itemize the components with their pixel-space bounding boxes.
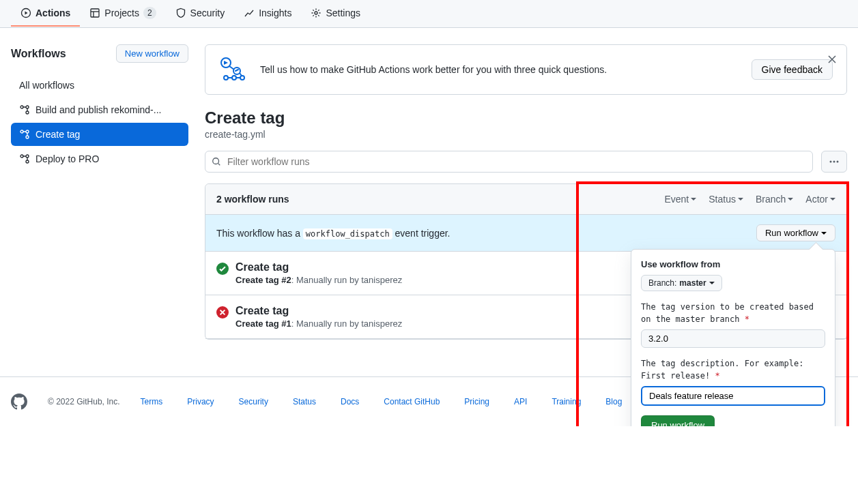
svg-point-19 [213,158,219,164]
footer-link[interactable]: Privacy [187,397,214,406]
search-icon [212,157,221,166]
svg-point-11 [20,155,23,158]
new-workflow-button[interactable]: New workflow [116,44,188,63]
field2-label: The tag description. For example: First … [641,357,825,382]
feedback-banner: Tell us how to make GitHub Actions work … [205,44,847,95]
submit-run-workflow-button[interactable]: Run workflow [641,415,715,426]
svg-point-22 [837,161,839,163]
run-workflow-popup: Use workflow from Branch: master The tag… [631,249,835,426]
filter-runs-input[interactable] [205,151,813,173]
footer-link[interactable]: Training [552,397,581,406]
run-title: Create tag [235,305,402,317]
svg-point-18 [240,76,244,80]
close-icon [827,55,837,64]
runs-box: 2 workflow runs Event Status Branch Acto… [205,183,847,340]
footer-link[interactable]: Docs [341,397,359,406]
run-title: Create tag [235,261,402,273]
sidebar-item-deploy[interactable]: Deploy to PRO [11,147,188,171]
sidebar-item-label: All workflows [19,80,74,91]
chevron-down-icon [830,198,835,201]
graph-icon [244,8,255,18]
tag-version-input[interactable] [641,329,825,348]
tab-actions[interactable]: Actions [11,1,80,27]
repo-tabs: Actions Projects 2 Security Insights Set… [0,0,858,28]
filter-status[interactable]: Status [709,194,743,205]
footer-copyright: © 2022 GitHub, Inc. [48,397,120,406]
svg-point-5 [20,106,23,108]
run-workflow-button[interactable]: Run workflow [756,224,835,241]
filter-actor[interactable]: Actor [805,194,835,205]
tab-label: Insights [259,8,291,18]
shield-icon [175,8,186,18]
sidebar-item-label: Deploy to PRO [35,153,99,164]
tab-projects[interactable]: Projects 2 [80,0,165,27]
more-options-button[interactable] [821,151,847,173]
svg-point-10 [26,136,29,138]
workflows-sidebar: Workflows New workflow All workflows Bui… [11,44,188,340]
runs-count: 2 workflow runs [216,194,289,205]
tab-settings[interactable]: Settings [301,1,370,27]
sidebar-item-build[interactable]: Build and publish rekomind-... [11,98,188,121]
gear-icon [311,8,321,18]
chevron-down-icon [738,198,743,201]
tab-label: Security [190,8,225,18]
workflow-icon [19,129,30,140]
svg-point-6 [26,106,29,108]
chevron-down-icon [709,282,715,284]
sidebar-item-create-tag[interactable]: Create tag [11,123,188,146]
footer-link[interactable]: Blog [605,397,622,406]
svg-point-4 [315,12,317,14]
filter-branch[interactable]: Branch [756,194,793,205]
svg-point-20 [830,161,832,163]
branch-value: master [679,278,706,288]
branch-select[interactable]: Branch: master [641,275,722,291]
workflow-icon [19,153,30,164]
github-logo-icon [11,394,27,410]
svg-point-21 [833,161,835,163]
dispatch-text: This workflow has a workflow_dispatch ev… [216,228,450,239]
tab-insights[interactable]: Insights [234,1,301,27]
banner-close-button[interactable] [825,52,840,67]
workflow-icon [19,104,30,115]
footer-link[interactable]: Pricing [464,397,489,406]
svg-point-7 [26,111,29,114]
failure-icon [216,306,229,318]
chevron-down-icon [821,232,827,235]
table-icon [89,8,100,18]
footer-link[interactable]: API [514,397,527,406]
svg-point-12 [26,155,29,158]
give-feedback-button[interactable]: Give feedback [752,59,833,80]
tab-label: Actions [35,8,70,18]
play-circle-icon [20,8,31,18]
svg-point-13 [26,160,29,163]
dispatch-row: This workflow has a workflow_dispatch ev… [205,215,846,252]
tab-label: Settings [326,8,360,18]
svg-rect-1 [91,9,99,17]
filter-event[interactable]: Event [664,194,696,205]
sidebar-all-workflows[interactable]: All workflows [11,74,188,97]
footer-link[interactable]: Contact GitHub [384,397,440,406]
footer-link[interactable]: Terms [141,397,163,406]
success-icon [216,263,229,275]
sidebar-item-label: Create tag [35,129,80,140]
tab-security[interactable]: Security [166,1,235,27]
required-asterisk: * [715,371,719,381]
svg-point-8 [20,130,23,133]
kebab-icon [829,156,840,167]
chevron-down-icon [691,198,696,201]
svg-point-16 [224,76,228,80]
chevron-down-icon [788,198,793,201]
field1-label: The tag version to be created based on t… [641,301,825,325]
banner-text: Tell us how to make GitHub Actions work … [260,64,738,75]
main-content: Tell us how to make GitHub Actions work … [205,44,847,340]
dispatch-code: workflow_dispatch [303,228,392,239]
footer-link[interactable]: Security [239,397,268,406]
actions-logo-icon [219,56,246,83]
run-subtitle: Create tag #2: Manually run by tanispere… [235,275,402,285]
projects-count: 2 [143,7,156,19]
footer-link[interactable]: Status [293,397,316,406]
tab-label: Projects [104,8,139,18]
page-title: Create tag [205,108,847,128]
footer-links: Terms Privacy Security Status Docs Conta… [141,397,668,406]
tag-description-input[interactable] [641,386,825,406]
